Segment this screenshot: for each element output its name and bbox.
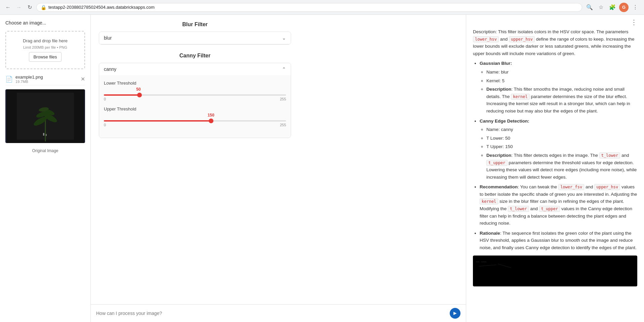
- canny-expand-icon[interactable]: ⌃: [282, 66, 286, 72]
- gaussian-blur-items: Name: blur Kernel: 5 Description: This f…: [480, 68, 637, 115]
- gaussian-desc-label: Description: [486, 87, 511, 92]
- kernel-code2: kernel: [480, 198, 498, 204]
- upper-threshold-row: Upper Threshold 150: [104, 106, 286, 127]
- canny-desc-label: Description: [486, 153, 511, 158]
- url-text: testapp2-2038802785024504.aws.databricks…: [48, 5, 578, 10]
- gaussian-kernel-value: 5: [502, 78, 505, 83]
- canny-select[interactable]: canny sobel: [104, 66, 117, 72]
- upper-threshold-labels: 0 255: [104, 123, 286, 127]
- lower-threshold-min: 0: [104, 97, 106, 101]
- file-close-button[interactable]: ✕: [81, 76, 85, 82]
- output-image-svg: ~~ ~~~: [473, 256, 637, 286]
- blur-filter-section: Blur Filter blur gaussian median ⌄: [99, 21, 291, 45]
- gaussian-name-label: Name:: [486, 70, 501, 75]
- file-item: 📄 example1.png 19.7MB ✕: [5, 73, 85, 85]
- canny-tlower-value: 50: [505, 136, 510, 141]
- gaussian-blur-title: Gaussian Blur:: [480, 61, 512, 66]
- lower-threshold-labels: 0 255: [104, 97, 286, 101]
- sidebar: Choose an image... Drag and drop file he…: [0, 15, 91, 322]
- more-options-button[interactable]: ⋮: [473, 15, 637, 28]
- t-lower-code2: t_lower: [508, 206, 529, 212]
- forward-button[interactable]: →: [15, 3, 23, 11]
- canny-desc-item: Description: This filter detects edges i…: [486, 152, 637, 181]
- svg-rect-10: [46, 134, 47, 136]
- chat-input[interactable]: [96, 311, 447, 316]
- browser-actions: 🔍 ☆ 🧩 G ⋮: [585, 3, 640, 12]
- canny-tupper-label: T Upper:: [486, 144, 505, 149]
- canny-name-label: Name:: [486, 127, 501, 132]
- upper-hsv-code2: upper_hsv: [594, 184, 620, 190]
- blur-select-row: blur gaussian median ⌄: [99, 32, 291, 44]
- filters-panel: Blur Filter blur gaussian median ⌄ Canny…: [91, 15, 299, 304]
- t-lower-code: t_lower: [599, 152, 620, 158]
- svg-rect-11: [473, 257, 637, 284]
- lower-threshold-fill: [104, 94, 139, 96]
- blur-filter-card: blur gaussian median ⌄: [99, 32, 291, 45]
- gaussian-kernel-item: Kernel: 5: [486, 77, 637, 85]
- file-icon: 📄: [5, 76, 13, 83]
- lower-threshold-slider-wrapper: [104, 94, 286, 96]
- browse-files-button[interactable]: Browse files: [29, 52, 61, 62]
- file-limit-text: Limit 200MB per file • PNG: [11, 45, 79, 49]
- upper-hsv-code: upper_hsv: [509, 36, 535, 42]
- right-panel: ⋮ Description: This filter isolates colo…: [466, 15, 644, 322]
- info-list: Gaussian Blur: Name: blur Kernel: 5 Desc…: [473, 60, 637, 251]
- extensions-icon[interactable]: 🧩: [608, 3, 617, 12]
- browser-chrome: ← → ↻ 🔒 testapp2-2038802785024504.aws.da…: [0, 0, 644, 15]
- chat-send-button[interactable]: ►: [450, 308, 460, 319]
- canny-filter-section: Canny Filter canny sobel ⌃ Lower Thresho…: [99, 53, 291, 138]
- canny-expand-row: canny sobel ⌃: [99, 63, 291, 75]
- upper-threshold-slider-wrapper: [104, 120, 286, 122]
- lower-threshold-max: 255: [280, 97, 286, 101]
- blur-filter-title: Blur Filter: [99, 21, 291, 28]
- file-size: 19.7MB: [15, 80, 78, 84]
- canny-title: Canny Edge Detection:: [480, 119, 529, 124]
- gaussian-name-value: blur: [501, 70, 509, 75]
- main-content: Blur Filter blur gaussian median ⌄ Canny…: [91, 15, 466, 322]
- back-button[interactable]: ←: [4, 3, 12, 11]
- menu-icon[interactable]: ⋮: [631, 3, 640, 12]
- output-image: ~~ ~~~: [473, 256, 637, 286]
- upper-threshold-min: 0: [104, 123, 106, 127]
- gaussian-blur-section: Gaussian Blur: Name: blur Kernel: 5 Desc…: [480, 60, 637, 114]
- canny-tupper-value: 150: [505, 144, 513, 149]
- file-name: example1.png: [15, 75, 78, 80]
- lock-icon: 🔒: [41, 5, 46, 10]
- t-upper-code: t_upper: [486, 160, 508, 166]
- canny-filter-card: canny sobel ⌃ Lower Threshold 50: [99, 63, 291, 138]
- canny-name-item: Name: canny: [486, 126, 637, 133]
- recommendation-section: Recommendation: You can tweak the lower_…: [480, 183, 637, 227]
- upload-area[interactable]: Drag and drop file here Limit 200MB per …: [5, 31, 85, 69]
- canny-section: Canny Edge Detection: Name: canny T Lowe…: [480, 118, 637, 181]
- recommendation-label: Recommendation: [480, 184, 518, 189]
- rationale-section: Rationale: The sequence first isolates t…: [480, 230, 637, 251]
- upper-threshold-thumb[interactable]: [209, 119, 213, 123]
- gaussian-desc-item: Description: This filter smooths the ima…: [486, 86, 637, 114]
- svg-rect-9: [43, 133, 44, 136]
- address-bar: 🔒 testapp2-2038802785024504.aws.databric…: [36, 3, 582, 12]
- lower-fsv-code: lower_fsv: [558, 184, 584, 190]
- file-info: example1.png 19.7MB: [15, 75, 78, 84]
- canny-name-value: canny: [501, 127, 513, 132]
- app-layout: Choose an image... Drag and drop file he…: [0, 15, 644, 322]
- upper-threshold-track: [104, 120, 286, 122]
- blur-select-chevron: ⌄: [282, 35, 286, 41]
- drag-drop-text: Drag and drop file here: [11, 38, 79, 43]
- canny-params: Lower Threshold 50: [99, 75, 291, 138]
- lower-threshold-value: 50: [136, 87, 140, 92]
- gaussian-kernel-label: Kernel:: [486, 78, 502, 83]
- original-image-label: Original Image: [5, 148, 85, 153]
- search-icon[interactable]: 🔍: [585, 3, 594, 12]
- rationale-label: Rationale: [480, 231, 500, 236]
- blur-select[interactable]: blur gaussian median: [104, 35, 282, 41]
- svg-text:~~ ~~~: ~~ ~~~: [476, 260, 487, 263]
- bookmark-icon[interactable]: ☆: [596, 3, 606, 12]
- lower-threshold-row: Lower Threshold 50: [104, 81, 286, 101]
- canny-items: Name: canny T Lower: 50 T Upper: 150 Des…: [480, 126, 637, 181]
- canny-filter-title: Canny Filter: [99, 53, 291, 59]
- lower-hsv-code: lower_hsv: [473, 36, 499, 42]
- profile-avatar[interactable]: G: [619, 3, 629, 12]
- lower-threshold-thumb[interactable]: [137, 93, 142, 97]
- canny-tlower-item: T Lower: 50: [486, 135, 637, 142]
- reload-button[interactable]: ↻: [26, 3, 34, 11]
